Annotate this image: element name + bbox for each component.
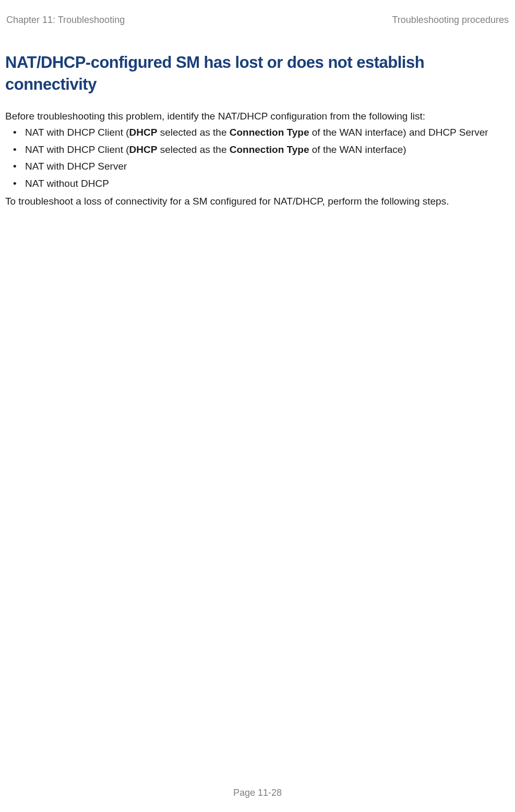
outro-paragraph: To troubleshoot a loss of connectivity f… [5, 194, 510, 209]
intro-paragraph: Before troubleshooting this problem, ide… [5, 109, 510, 124]
li3-text: NAT with DHCP Server [25, 161, 127, 172]
li1-bold-2: Connection Type [230, 127, 309, 138]
header-section: Troubleshooting procedures [392, 15, 509, 26]
li2-bold-2: Connection Type [230, 144, 309, 155]
list-item: NAT with DHCP Client (DHCP selected as t… [5, 125, 510, 140]
li4-text: NAT without DHCP [25, 178, 109, 189]
config-list: NAT with DHCP Client (DHCP selected as t… [5, 125, 510, 191]
li1-text-3: of the WAN interface) and DHCP Server [309, 127, 488, 138]
li1-bold-1: DHCP [129, 127, 158, 138]
li2-text-3: of the WAN interface) [309, 144, 406, 155]
list-item: NAT without DHCP [5, 176, 510, 192]
li2-text-1: NAT with DHCP Client ( [25, 144, 129, 155]
header-chapter: Chapter 11: Troubleshooting [6, 15, 125, 26]
li2-bold-1: DHCP [129, 144, 158, 155]
page-container: Chapter 11: Troubleshooting Troubleshoot… [0, 0, 515, 812]
section-title: NAT/DHCP-configured SM has lost or does … [5, 52, 510, 95]
li1-text-2: selected as the [157, 127, 229, 138]
li1-text-1: NAT with DHCP Client ( [25, 127, 129, 138]
page-header: Chapter 11: Troubleshooting Troubleshoot… [5, 15, 510, 26]
li2-text-2: selected as the [157, 144, 229, 155]
list-item: NAT with DHCP Server [5, 159, 510, 174]
page-number: Page 11-28 [233, 787, 282, 798]
list-item: NAT with DHCP Client (DHCP selected as t… [5, 142, 510, 158]
page-footer: Page 11-28 [0, 787, 515, 798]
